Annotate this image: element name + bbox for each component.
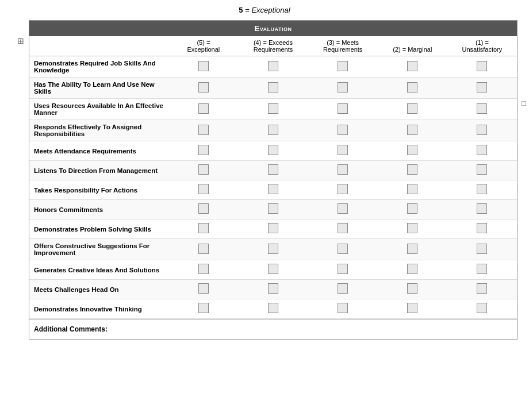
checkbox[interactable] [407,223,417,233]
checkbox-cell [378,299,447,319]
table-row: Demonstrates Problem Solving Skills [29,219,517,239]
checkbox-cell [447,219,517,239]
checkbox[interactable] [338,103,348,114]
checkbox[interactable] [198,203,209,214]
checkbox[interactable] [338,283,348,294]
checkbox[interactable] [198,103,209,114]
checkbox-cell [447,260,517,280]
checkbox[interactable] [477,82,487,93]
checkbox-cell [308,299,378,319]
checkbox-cell [308,280,378,299]
checkbox[interactable] [407,145,417,155]
checkbox[interactable] [477,61,487,71]
checkbox[interactable] [338,164,348,175]
checkbox[interactable] [268,184,278,194]
checkbox-cell [447,200,517,219]
checkbox[interactable] [338,125,348,135]
checkbox[interactable] [477,145,487,155]
checkbox[interactable] [338,145,348,155]
checkbox-cell [378,180,447,200]
checkbox[interactable] [407,125,417,135]
checkbox-cell [168,299,238,319]
checkbox[interactable] [198,164,209,175]
checkbox[interactable] [198,223,209,233]
checkbox[interactable] [198,145,209,155]
checkbox[interactable] [338,223,348,233]
checkbox[interactable] [477,244,487,254]
plus-icon[interactable]: ⊞ [17,36,24,45]
row-label-11: Generates Creative Ideas And Solutions [29,260,168,280]
checkbox[interactable] [268,203,278,214]
checkbox[interactable] [477,264,487,274]
checkbox[interactable] [477,223,487,233]
checkbox[interactable] [407,203,417,214]
checkbox[interactable] [338,61,348,71]
checkbox[interactable] [407,283,417,294]
checkbox[interactable] [268,82,278,93]
checkbox[interactable] [338,303,348,313]
checkbox-cell [168,99,238,120]
checkbox-cell [308,141,378,161]
checkbox[interactable] [477,283,487,294]
checkbox[interactable] [268,164,278,175]
checkbox[interactable] [407,61,417,71]
checkbox[interactable] [198,283,209,294]
checkbox[interactable] [268,244,278,254]
checkbox[interactable] [338,184,348,194]
checkbox[interactable] [268,303,278,313]
checkbox[interactable] [198,303,209,313]
row-label-12: Meets Challenges Head On [29,280,168,299]
row-label-1: Demonstrates Required Job Skills And Kno… [29,56,168,78]
checkbox-cell [168,219,238,239]
checkbox[interactable] [268,145,278,155]
table-body: Demonstrates Required Job Skills And Kno… [29,56,517,319]
checkbox[interactable] [477,203,487,214]
checkbox-cell [238,299,308,319]
table-title: Evaluation [29,21,517,36]
checkbox[interactable] [407,244,417,254]
checkbox[interactable] [198,125,209,135]
checkbox[interactable] [268,125,278,135]
checkbox[interactable] [477,184,487,194]
checkbox-cell [378,161,447,180]
checkbox[interactable] [338,244,348,254]
checkbox[interactable] [407,264,417,274]
checkbox-cell [447,120,517,141]
checkbox-cell [168,260,238,280]
checkbox[interactable] [407,82,417,93]
checkbox[interactable] [477,125,487,135]
row-label-8: Honors Commitments [29,200,168,219]
checkbox[interactable] [477,164,487,175]
checkbox[interactable] [407,303,417,313]
checkbox-cell [378,200,447,219]
checkbox-cell [447,280,517,299]
checkbox-cell [238,56,308,78]
checkbox-cell [447,239,517,260]
checkbox[interactable] [477,103,487,114]
checkbox[interactable] [407,184,417,194]
table-sub-header-row: (5) =Exceptional (4) = ExceedsRequiremen… [29,36,517,56]
evaluation-table-wrapper: Evaluation (5) =Exceptional (4) = Exceed… [29,20,518,340]
checkbox[interactable] [477,303,487,313]
checkbox[interactable] [407,164,417,175]
checkbox[interactable] [268,264,278,274]
checkbox[interactable] [338,82,348,93]
checkbox[interactable] [338,203,348,214]
checkbox[interactable] [198,264,209,274]
checkbox[interactable] [198,82,209,93]
checkbox[interactable] [268,103,278,114]
checkbox-cell [378,260,447,280]
checkbox[interactable] [198,61,209,71]
table-row: Meets Attendance Requirements [29,141,517,161]
score-word: Exceptional [251,6,290,14]
checkbox[interactable] [407,103,417,114]
checkbox-cell [238,239,308,260]
checkbox[interactable] [198,184,209,194]
checkbox[interactable] [198,244,209,254]
checkbox-cell [447,180,517,200]
checkbox[interactable] [268,283,278,294]
checkbox[interactable] [338,264,348,274]
checkbox[interactable] [268,223,278,233]
col-header-label [29,36,168,56]
checkbox[interactable] [268,61,278,71]
